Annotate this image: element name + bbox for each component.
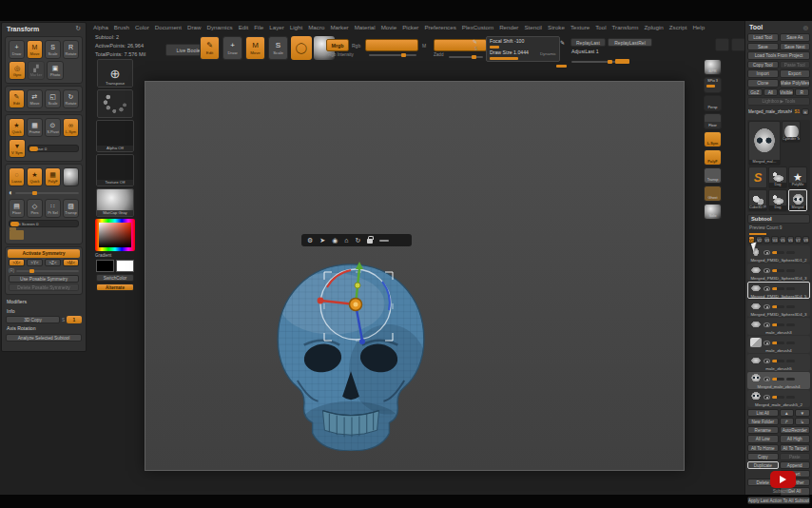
tool-button[interactable]: Save [747, 43, 779, 51]
rgb-label[interactable]: Rgb [352, 43, 360, 49]
menu-item[interactable]: Zplugin [645, 24, 664, 30]
tool-thumbnail[interactable]: Dog [768, 189, 787, 211]
menu-item[interactable]: Picker [402, 24, 418, 30]
menu-item[interactable]: Light [290, 24, 302, 30]
transform-tool-button[interactable]: ⇄ Move [27, 89, 43, 108]
tool-button[interactable]: Export [780, 69, 811, 78]
right-shelf-button[interactable]: BPR [704, 59, 722, 75]
subtool-action-button[interactable]: Append [780, 461, 811, 469]
mode-button[interactable]: ✎ Edit [200, 36, 220, 60]
transform-tool-button[interactable]: ◇ Pers [27, 199, 43, 218]
tool-thumbnail[interactable]: PolyMe [788, 166, 807, 188]
tool-thumbnail[interactable]: Cube3D PM3D_1 [748, 189, 767, 211]
menu-item[interactable]: Dynamics [206, 24, 232, 30]
subtool-action-button[interactable]: ▲ [780, 409, 795, 417]
menu-item[interactable]: Draw [187, 24, 201, 30]
focal-shift-slider[interactable]: Focal Shift -100 [490, 38, 556, 49]
subtool-item[interactable]: Merged_PM3D_Sphere3D4_3 [747, 264, 810, 281]
menu-item[interactable]: Material [355, 24, 376, 30]
transform-tool-button[interactable]: ▼ V Sym [9, 139, 26, 158]
menu-item[interactable]: Texture [570, 24, 590, 30]
transform-tool-button[interactable]: ▦ PolyF [45, 167, 61, 186]
active-tool-r-button[interactable]: R [802, 108, 809, 115]
tool-button[interactable]: Lightbox ▶ Tools [747, 97, 810, 106]
dynamic-label[interactable]: Dynamic [540, 51, 556, 56]
replay-last-button[interactable]: ReplayLast [570, 38, 606, 47]
right-shelf-button[interactable]: Transp [704, 167, 722, 184]
draw-size-slider[interactable]: Draw Size 1.0444Dynamic [490, 49, 556, 61]
visibility-eye-icon[interactable] [764, 322, 770, 327]
menu-item[interactable]: Alpha [93, 24, 108, 30]
mode-button[interactable]: S Scale [268, 36, 288, 60]
gyro-button[interactable]: ◯ [291, 36, 312, 60]
polypaint-mini-slider[interactable] [772, 287, 784, 290]
menu-item[interactable]: Help [692, 24, 705, 30]
visibility-eye-icon[interactable] [764, 395, 770, 400]
timeline-marker-small[interactable] [556, 65, 567, 68]
color-picker[interactable] [95, 219, 135, 251]
lock-icon[interactable] [367, 239, 373, 244]
gear-icon[interactable]: ⚙ [307, 234, 313, 246]
transform-tool-button[interactable]: ▨ Transp [63, 199, 79, 218]
right-shelf-button[interactable]: SPix 3 [704, 77, 722, 93]
subtool-item[interactable]: Merged_PM3D_Sphere3D4_5 [747, 282, 810, 299]
subtool-item[interactable]: male_zbrush4 [747, 336, 810, 353]
tool-thumbnail[interactable]: Merged_mal… [748, 121, 781, 166]
tool-thumbnail[interactable]: Dog [768, 166, 787, 188]
menu-item[interactable]: File [254, 24, 263, 30]
secondary-color-swatch[interactable] [116, 260, 134, 272]
menu-item[interactable]: Document [155, 24, 182, 30]
subtool-action-button[interactable]: All Low [747, 435, 779, 442]
gradient-label[interactable]: Gradient [95, 253, 135, 258]
right-shelf-button[interactable]: PolyF [704, 149, 722, 166]
polypaint-mini-slider[interactable] [772, 360, 784, 362]
location-icon[interactable]: ◉ [332, 234, 338, 246]
polypaint-mini-slider[interactable] [772, 305, 784, 308]
home-icon[interactable]: ⌂ [344, 234, 348, 246]
info-header[interactable]: Info [2, 306, 86, 316]
menu-item[interactable]: Tool [595, 24, 606, 30]
subtool-action-button[interactable]: New Folder [747, 418, 779, 425]
tool-button[interactable]: Load Tools From Project [747, 51, 810, 60]
polypaint-mini-slider[interactable] [772, 342, 784, 344]
transform-tool-button[interactable]: ◱ Scale [45, 89, 61, 108]
menu-item[interactable]: Layer [269, 24, 283, 30]
alternate-button[interactable]: Alternate [96, 283, 134, 291]
subtool-item[interactable]: male_zbrush3 [747, 318, 810, 335]
version-tab[interactable]: V3 [764, 236, 770, 244]
sculpt-mini-slider[interactable] [786, 342, 795, 344]
replay-last-rel-button[interactable]: ReplayLastRel [608, 38, 652, 47]
menu-item[interactable]: Zscript [669, 24, 687, 30]
menu-item[interactable]: Marker [330, 24, 348, 30]
version-tab[interactable]: V4 [771, 236, 778, 244]
pin-icon[interactable]: ➤ [319, 234, 325, 246]
subscribe-overlay[interactable]: Subscribe [766, 471, 799, 494]
subtool-action-button[interactable]: Rename [747, 426, 779, 434]
transform-tool-button[interactable]: ∷ Pt Sel [45, 199, 61, 218]
visibility-eye-icon[interactable] [764, 286, 770, 291]
menu-item[interactable]: Render [499, 24, 518, 30]
tool-button[interactable]: Load Tool [747, 33, 779, 42]
subtool-action-button[interactable]: ↱ [780, 418, 795, 425]
visibility-eye-icon[interactable] [764, 250, 770, 255]
polypaint-mini-slider[interactable] [772, 323, 784, 326]
subtool-action-button[interactable]: List All [747, 409, 779, 417]
tool-button[interactable]: Visible [779, 88, 794, 97]
transform-tool-button[interactable]: ▣ Photo [47, 61, 64, 80]
tool-button[interactable]: Copy Tool [747, 61, 779, 69]
tool-button[interactable]: Make PolyMesh3D [780, 79, 811, 88]
version-tab[interactable]: V8 [802, 236, 809, 244]
subtool-action-button[interactable]: All High [780, 435, 811, 442]
z-intensity-slider[interactable] [434, 39, 487, 51]
adjust-last-track[interactable] [571, 61, 621, 63]
symmetry-axis-button[interactable]: >M< [63, 259, 79, 266]
stroke-thumbnail[interactable] [97, 89, 133, 118]
use-posable-symmetry-button[interactable]: Use Posable Symmetry [9, 275, 79, 283]
tool-button[interactable]: Save As [780, 33, 811, 42]
right-shelf-button[interactable]: L.Sym [704, 131, 722, 147]
transform-tool-button[interactable]: ▦ Frame [27, 118, 43, 137]
slider-handle-icon[interactable] [379, 240, 389, 242]
texture-selector[interactable]: Texture Off [96, 154, 134, 186]
modifiers-header[interactable]: Modifiers [2, 297, 86, 306]
right-shelf-button[interactable]: Persp [704, 95, 722, 111]
